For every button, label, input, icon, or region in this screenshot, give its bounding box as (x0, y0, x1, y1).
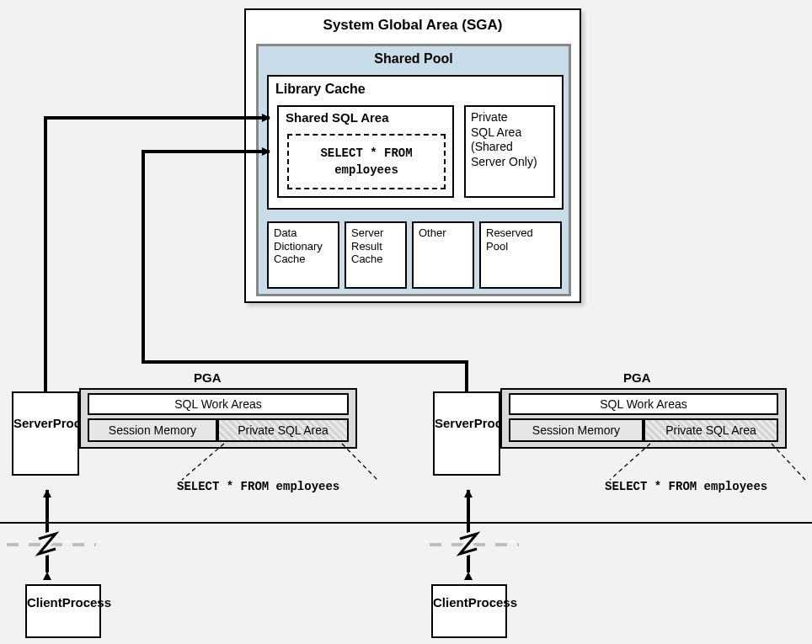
session-memory-right: Session Memory (509, 418, 644, 442)
private-sql-area-left: Private SQL Area (217, 418, 349, 442)
library-cache: Library Cache Shared SQL Area SELECT * F… (267, 75, 564, 210)
server-process-right: ServerProcess (433, 391, 500, 476)
shared-pool: Shared Pool Library Cache Shared SQL Are… (256, 44, 571, 296)
library-cache-title: Library Cache (275, 82, 366, 97)
shared-sql-area: Shared SQL Area SELECT * FROM employees (277, 105, 454, 198)
shared-pool-title: Shared Pool (259, 51, 569, 67)
shared-sql-area-sql: SELECT * FROM employees (287, 134, 446, 189)
svg-line-1 (342, 444, 377, 480)
svg-line-0 (182, 444, 224, 480)
sga-container: System Global Area (SGA) Shared Pool Lib… (244, 8, 581, 303)
sql-work-areas-right: SQL Work Areas (509, 393, 778, 415)
dashed-line-right (430, 543, 519, 546)
dashed-line-left (7, 543, 96, 546)
pga-sql-text-left: SELECT * FROM employees (177, 480, 339, 493)
sql-work-areas-left: SQL Work Areas (88, 393, 349, 415)
server-result-cache: ServerResultCache (345, 221, 407, 289)
pga-label-right: PGA (623, 370, 651, 385)
pga-label-left: PGA (194, 370, 222, 385)
svg-line-2 (610, 444, 650, 480)
svg-line-3 (772, 444, 805, 480)
sga-title: System Global Area (SGA) (246, 17, 580, 34)
shared-sql-area-title: Shared SQL Area (286, 110, 389, 125)
private-sql-area-shared-server: PrivateSQL Area(SharedServer Only) (464, 105, 555, 198)
other-box: Other (412, 221, 474, 289)
data-dictionary-cache: DataDictionaryCache (267, 221, 339, 289)
session-memory-left: Session Memory (88, 418, 217, 442)
sql-line-1: SELECT * FROM (320, 146, 412, 160)
client-process-right: ClientProcess (431, 584, 507, 638)
reserved-pool: ReservedPool (479, 221, 562, 289)
server-process-left: ServerProcess (12, 391, 79, 476)
private-sql-area-right: Private SQL Area (644, 418, 778, 442)
sql-line-2: employees (334, 163, 398, 177)
client-process-left: ClientProcess (25, 584, 101, 638)
pga-sql-text-right: SELECT * FROM employees (605, 480, 767, 493)
divider-line (0, 522, 812, 524)
